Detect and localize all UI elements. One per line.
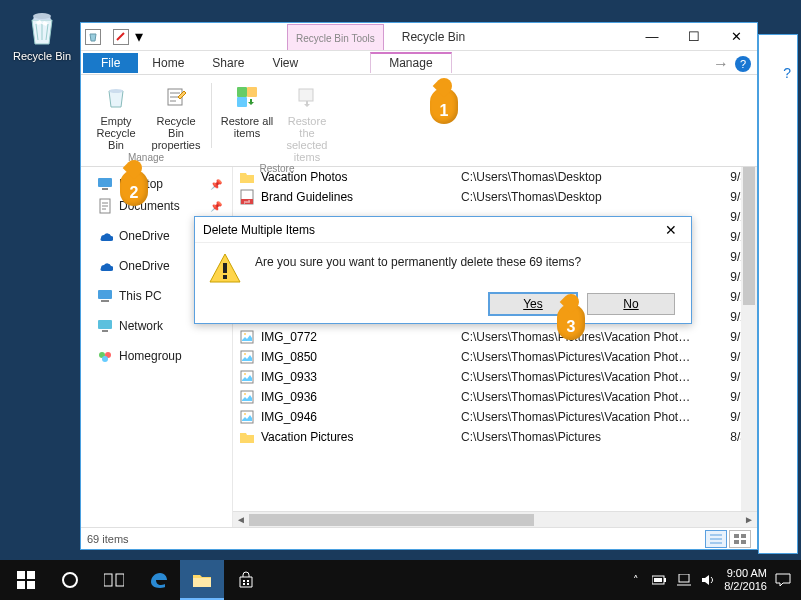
svg-point-16 xyxy=(102,356,108,362)
properties-icon xyxy=(149,81,203,113)
warning-icon xyxy=(207,251,243,287)
network-icon[interactable] xyxy=(676,572,692,588)
image-icon xyxy=(239,329,255,345)
recycle-bin-properties-button[interactable]: Recycle Bin properties xyxy=(147,79,205,151)
desktop-icon-label: Recycle Bin xyxy=(10,50,74,62)
svg-rect-41 xyxy=(104,574,112,586)
vertical-scrollbar[interactable] xyxy=(741,167,757,511)
svg-rect-5 xyxy=(237,97,247,107)
qat-recycle-bin-icon[interactable] xyxy=(85,29,101,45)
restore-all-items-button[interactable]: Restore all items xyxy=(218,79,276,163)
empty-recycle-bin-button[interactable]: Empty Recycle Bin xyxy=(87,79,145,151)
background-window: ? xyxy=(758,34,798,554)
tab-home[interactable]: Home xyxy=(138,53,198,73)
action-center-icon[interactable] xyxy=(775,572,791,588)
tab-share[interactable]: Share xyxy=(198,53,258,73)
help-icon[interactable]: ? xyxy=(735,56,751,72)
svg-rect-3 xyxy=(237,87,247,97)
onedrive-blue-icon xyxy=(97,258,113,274)
pdf-icon: pdf xyxy=(239,189,255,205)
svg-rect-34 xyxy=(223,263,227,273)
table-row[interactable]: pdfBrand GuidelinesC:\Users\Thomas\Deskt… xyxy=(233,187,757,207)
dialog-close-button[interactable]: ✕ xyxy=(659,222,683,238)
svg-rect-46 xyxy=(243,583,245,585)
help-icon: ? xyxy=(783,65,791,81)
nav-item-desktop[interactable]: Desktop📌 xyxy=(85,173,228,195)
icons-view-button[interactable] xyxy=(729,530,751,548)
table-row[interactable]: IMG_0933C:\Users\Thomas\Pictures\Vacatio… xyxy=(233,367,757,387)
window-title: Recycle Bin xyxy=(402,30,465,44)
maximize-button[interactable]: ☐ xyxy=(673,23,715,51)
svg-point-21 xyxy=(244,333,246,335)
nav-item-homegroup[interactable]: Homegroup xyxy=(85,345,228,367)
image-icon xyxy=(239,349,255,365)
svg-rect-37 xyxy=(27,571,35,579)
svg-rect-11 xyxy=(101,300,109,302)
edge-button[interactable] xyxy=(136,560,180,600)
dialog-message: Are you sure you want to permanently del… xyxy=(255,251,581,287)
task-view-button[interactable] xyxy=(92,560,136,600)
qat-properties-icon[interactable] xyxy=(113,29,129,45)
svg-rect-4 xyxy=(247,87,257,97)
volume-icon[interactable] xyxy=(700,572,716,588)
restore-selected-items-button: Restore the selected items xyxy=(278,79,336,163)
recycle-bin-icon xyxy=(89,81,143,113)
store-button[interactable] xyxy=(224,560,268,600)
ribbon-pin-icon[interactable]: → xyxy=(713,55,729,73)
svg-rect-47 xyxy=(247,583,249,585)
svg-rect-35 xyxy=(223,275,227,279)
tab-file[interactable]: File xyxy=(83,53,138,73)
no-button[interactable]: No xyxy=(587,293,675,315)
close-button[interactable]: ✕ xyxy=(715,23,757,51)
details-view-button[interactable] xyxy=(705,530,727,548)
image-icon xyxy=(239,409,255,425)
qat-dropdown-icon[interactable]: ▾ xyxy=(131,29,147,45)
network-icon xyxy=(97,318,113,334)
horizontal-scrollbar[interactable]: ◄► xyxy=(233,511,757,527)
restore-all-icon xyxy=(220,81,274,113)
taskbar: ˄ 9:00 AM 8/2/2016 xyxy=(0,560,801,600)
minimize-button[interactable]: ― xyxy=(631,23,673,51)
svg-rect-32 xyxy=(734,540,739,544)
table-row[interactable]: IMG_0772C:\Users\Thomas\Pictures\Vacatio… xyxy=(233,327,757,347)
image-icon xyxy=(239,389,255,405)
onedrive-blue-icon xyxy=(97,228,113,244)
svg-rect-7 xyxy=(98,178,112,187)
restore-selected-icon xyxy=(280,81,334,113)
cortana-button[interactable] xyxy=(48,560,92,600)
context-tab-recycle-bin-tools[interactable]: Recycle Bin Tools xyxy=(287,24,384,50)
desktop-recycle-bin[interactable]: Recycle Bin xyxy=(10,8,74,62)
table-row[interactable]: IMG_0936C:\Users\Thomas\Pictures\Vacatio… xyxy=(233,387,757,407)
svg-rect-39 xyxy=(27,581,35,589)
dialog-title: Delete Multiple Items xyxy=(203,223,315,237)
svg-rect-30 xyxy=(734,534,739,538)
menubar: File Home Share View Manage → ? xyxy=(81,51,757,75)
svg-text:pdf: pdf xyxy=(244,199,250,204)
image-icon xyxy=(239,369,255,385)
tab-manage[interactable]: Manage xyxy=(370,52,451,73)
start-button[interactable] xyxy=(4,560,48,600)
svg-rect-36 xyxy=(17,571,25,579)
ribbon-group-manage: Empty Recycle Bin Recycle Bin properties… xyxy=(87,79,205,166)
svg-rect-42 xyxy=(116,574,124,586)
battery-icon[interactable] xyxy=(652,572,668,588)
svg-point-29 xyxy=(244,413,246,415)
file-explorer-button[interactable] xyxy=(180,560,224,600)
svg-rect-50 xyxy=(654,578,662,582)
callout-badge-2: 2 xyxy=(120,170,148,206)
table-row[interactable]: IMG_0946C:\Users\Thomas\Pictures\Vacatio… xyxy=(233,407,757,427)
svg-rect-44 xyxy=(243,580,245,582)
nav-item-documents[interactable]: Documents📌 xyxy=(85,195,228,217)
tab-view[interactable]: View xyxy=(258,53,312,73)
table-row[interactable]: Vacation PicturesC:\Users\Thomas\Picture… xyxy=(233,427,757,447)
pin-icon: 📌 xyxy=(210,201,222,212)
table-row[interactable]: IMG_0850C:\Users\Thomas\Pictures\Vacatio… xyxy=(233,347,757,367)
ribbon: Empty Recycle Bin Recycle Bin properties… xyxy=(81,75,757,167)
svg-point-27 xyxy=(244,393,246,395)
callout-badge-1: 1 xyxy=(430,88,458,124)
tray-up-icon[interactable]: ˄ xyxy=(628,572,644,588)
clock[interactable]: 9:00 AM 8/2/2016 xyxy=(724,567,767,593)
table-row[interactable]: Vacation PhotosC:\Users\Thomas\Desktop9/… xyxy=(233,167,757,187)
svg-rect-10 xyxy=(98,290,112,299)
svg-point-23 xyxy=(244,353,246,355)
